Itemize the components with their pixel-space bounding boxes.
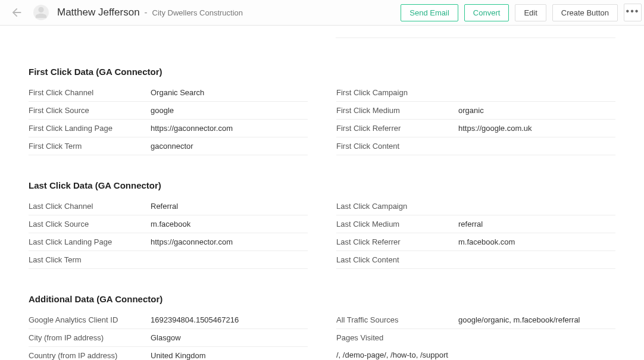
field-last-click-content[interactable]: Last Click Content [336, 251, 615, 269]
value: Organic Search [151, 88, 204, 97]
create-button[interactable]: Create Button [552, 4, 618, 21]
first-click-right-col: First Click Campaign First Click Medium … [336, 84, 615, 155]
additional-right-col: All Traffic Sources google/organic, m.fa… [336, 311, 615, 360]
section-title-last-click: Last Click Data (GA Connector) [29, 180, 615, 190]
label: Last Click Landing Page [29, 237, 151, 246]
field-last-click-landing[interactable]: Last Click Landing Page https://gaconnec… [29, 233, 308, 251]
field-last-click-campaign[interactable]: Last Click Campaign [336, 198, 615, 215]
label: Last Click Referrer [336, 237, 458, 246]
field-last-click-source[interactable]: Last Click Source m.facebook [29, 215, 308, 233]
field-first-click-referrer[interactable]: First Click Referrer https://google.com.… [336, 120, 615, 137]
person-name: Matthew Jefferson [57, 7, 140, 18]
value: Glasgow [151, 333, 181, 342]
field-first-click-source[interactable]: First Click Source google [29, 102, 308, 120]
back-button[interactable] [8, 4, 25, 21]
label: Last Click Term [29, 255, 151, 264]
value: United Kingdom [151, 351, 206, 360]
value: 1692394804.1505467216 [151, 315, 239, 324]
company-name: City Dwellers Construction [152, 8, 243, 17]
record-header: Matthew Jefferson - City Dwellers Constr… [0, 0, 644, 26]
value: m.facebook [151, 220, 190, 228]
additional-left-col: Google Analytics Client ID 1692394804.15… [29, 311, 308, 360]
value: https://gaconnector.com [151, 124, 233, 133]
person-icon [35, 6, 48, 19]
field-first-click-medium[interactable]: First Click Medium organic [336, 102, 615, 120]
label: First Click Medium [336, 106, 458, 115]
more-actions-button[interactable]: ••• [624, 4, 642, 21]
additional-columns: Google Analytics Client ID 1692394804.15… [29, 311, 615, 360]
first-click-columns: First Click Channel Organic Search First… [29, 84, 615, 155]
field-traffic-sources[interactable]: All Traffic Sources google/organic, m.fa… [336, 311, 615, 329]
record-body: First Click Data (GA Connector) First Cl… [0, 26, 644, 360]
value: organic [458, 106, 484, 115]
last-click-left-col: Last Click Channel Referral Last Click S… [29, 198, 308, 269]
value: gaconnector [151, 142, 193, 151]
field-ga-client-id[interactable]: Google Analytics Client ID 1692394804.15… [29, 311, 308, 329]
label: First Click Channel [29, 88, 151, 97]
edit-button[interactable]: Edit [515, 4, 546, 21]
arrow-left-icon [10, 6, 23, 19]
label: City (from IP address) [29, 333, 151, 342]
avatar [33, 5, 49, 20]
send-email-button[interactable]: Send Email [401, 4, 458, 21]
label: First Click Landing Page [29, 124, 151, 133]
title-block: Matthew Jefferson - City Dwellers Constr… [57, 7, 243, 18]
label: Pages Visited [336, 333, 615, 342]
label: First Click Referrer [336, 124, 458, 133]
field-last-click-medium[interactable]: Last Click Medium referral [336, 215, 615, 233]
divider [336, 37, 615, 38]
value: referral [458, 220, 483, 228]
value: Referral [151, 202, 178, 211]
label: Last Click Medium [336, 220, 458, 228]
field-first-click-channel[interactable]: First Click Channel Organic Search [29, 84, 308, 102]
field-first-click-campaign[interactable]: First Click Campaign [336, 84, 615, 102]
section-title-additional: Additional Data (GA Connector) [29, 294, 615, 304]
convert-button[interactable]: Convert [464, 4, 509, 21]
label: Last Click Content [336, 255, 458, 264]
label: Google Analytics Client ID [29, 315, 151, 324]
label: Last Click Source [29, 220, 151, 228]
value: m.facebook.com [458, 237, 515, 246]
first-click-left-col: First Click Channel Organic Search First… [29, 84, 308, 155]
header-actions: Send Email Convert Edit Create Button ••… [401, 4, 643, 21]
label: All Traffic Sources [336, 315, 458, 324]
field-first-click-landing[interactable]: First Click Landing Page https://gaconne… [29, 120, 308, 137]
label: Country (from IP address) [29, 351, 151, 360]
field-country[interactable]: Country (from IP address) United Kingdom [29, 347, 308, 360]
value: https://gaconnector.com [151, 237, 233, 246]
label: Last Click Campaign [336, 202, 458, 211]
field-last-click-channel[interactable]: Last Click Channel Referral [29, 198, 308, 215]
header-left: Matthew Jefferson - City Dwellers Constr… [8, 4, 243, 21]
last-click-columns: Last Click Channel Referral Last Click S… [29, 198, 615, 269]
value: google [151, 106, 174, 115]
field-first-click-content[interactable]: First Click Content [336, 137, 615, 155]
field-city[interactable]: City (from IP address) Glasgow [29, 329, 308, 347]
section-title-first-click: First Click Data (GA Connector) [29, 67, 615, 77]
label: Last Click Channel [29, 202, 151, 211]
last-click-right-col: Last Click Campaign Last Click Medium re… [336, 198, 615, 269]
ellipsis-icon: ••• [626, 6, 640, 17]
value: /, /demo-page/, /how-to, /support [336, 350, 615, 359]
field-first-click-term[interactable]: First Click Term gaconnector [29, 137, 308, 155]
field-last-click-referrer[interactable]: Last Click Referrer m.facebook.com [336, 233, 615, 251]
label: First Click Source [29, 106, 151, 115]
label: First Click Content [336, 142, 458, 151]
value: https://google.com.uk [458, 124, 532, 133]
field-last-click-term[interactable]: Last Click Term [29, 251, 308, 269]
value: google/organic, m.facebook/referral [458, 315, 580, 324]
title-separator: - [145, 7, 148, 17]
label: First Click Term [29, 142, 151, 151]
label: First Click Campaign [336, 88, 458, 97]
field-pages-visited[interactable]: Pages Visited /, /demo-page/, /how-to, /… [336, 329, 615, 360]
